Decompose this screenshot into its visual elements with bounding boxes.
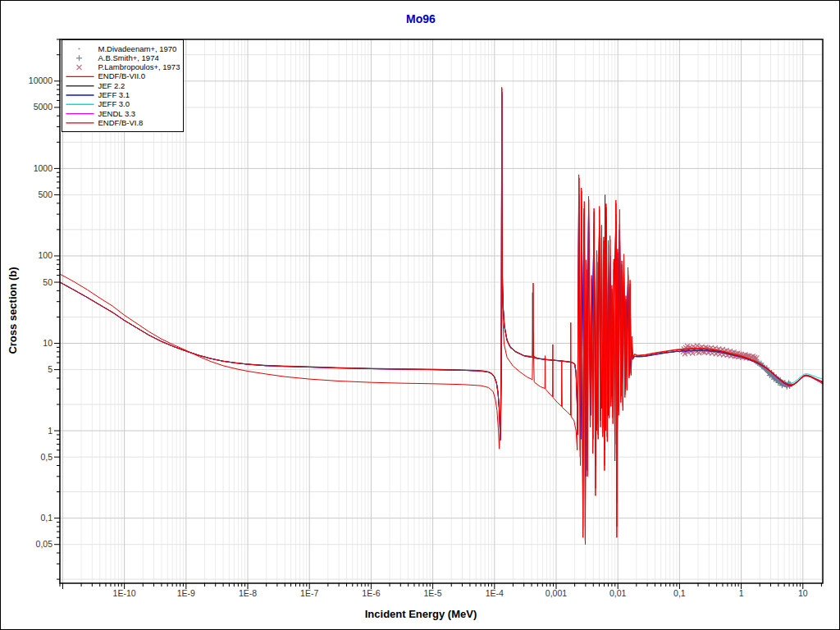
legend-label: ENDF/B-VI.8	[98, 118, 144, 127]
plot-canvas[interactable]: 1E-101E-91E-81E-71E-61E-51E-40,0010,010,…	[1, 1, 840, 630]
curve-endf-b-vii.0	[60, 87, 823, 541]
y-tick-label: 0,1	[40, 513, 52, 523]
y-tick-label: 0,5	[40, 452, 52, 462]
legend-label: ENDF/B-VII.0	[98, 71, 146, 80]
curve-jeff-3.1	[60, 92, 823, 477]
x-tick-label: 0,001	[546, 588, 567, 598]
y-tick-label: 5	[48, 364, 52, 374]
y-tick-label: 500	[38, 189, 52, 199]
x-tick-label: 10	[798, 588, 808, 598]
y-tick-label: 50	[43, 277, 52, 287]
legend-label: JEFF 3.1	[98, 90, 130, 99]
x-tick-label: 1E-8	[239, 588, 257, 598]
x-tick-label: 1E-7	[300, 588, 318, 598]
y-tick-label: 1000	[34, 163, 53, 173]
x-axis-ticks: 1E-101E-91E-81E-71E-61E-51E-40,0010,010,…	[60, 583, 821, 598]
x-tick-label: 1E-6	[362, 588, 380, 598]
y-tick-label: 10000	[29, 75, 52, 85]
y-tick-label: 0,05	[36, 539, 53, 549]
y-axis-label: Cross section (b)	[7, 245, 19, 377]
y-tick-label: 10	[43, 338, 52, 348]
x-tick-label: 1E-5	[424, 588, 442, 598]
x-tick-label: 1E-4	[486, 588, 504, 598]
curve-jef-2.2	[60, 94, 823, 527]
dot-marker-icon	[78, 48, 80, 49]
legend-label: JENDL 3.3	[98, 109, 136, 118]
legend: M.Divadeenam+, 1970A.B.Smith+, 1974P.Lam…	[62, 40, 184, 132]
x-tick-label: 0,01	[609, 588, 627, 598]
y-tick-label: 5000	[34, 102, 53, 112]
curve-jendl-3.3	[60, 92, 823, 477]
x-tick-label: 1	[739, 588, 744, 598]
curve-endf-b-vi.8	[60, 89, 823, 545]
legend-label: M.Divadeenam+, 1970	[98, 44, 177, 53]
x-tick-label: 1E-10	[113, 588, 136, 598]
y-tick-label: 1	[48, 426, 52, 436]
x-tick-label: 0,1	[673, 588, 686, 598]
legend-label: A.B.Smith+, 1974	[98, 53, 159, 62]
y-axis-ticks: 10000500010005001005010510,50,10,05	[29, 39, 60, 579]
plot-window: 1E-101E-91E-81E-71E-61E-51E-40,0010,010,…	[0, 0, 840, 630]
page-title: Mo96	[1, 12, 840, 25]
y-tick-label: 100	[38, 250, 52, 260]
x-tick-label: 1E-9	[177, 588, 195, 598]
legend-label: P.Lambropoulos+, 1973	[98, 62, 180, 71]
legend-label: JEF 2.2	[98, 81, 126, 90]
legend-label: JEFF 3.0	[98, 99, 130, 108]
data-series	[60, 87, 823, 544]
curve-jeff-3.0	[60, 92, 823, 477]
x-axis-label: Incident Energy (MeV)	[1, 608, 840, 620]
